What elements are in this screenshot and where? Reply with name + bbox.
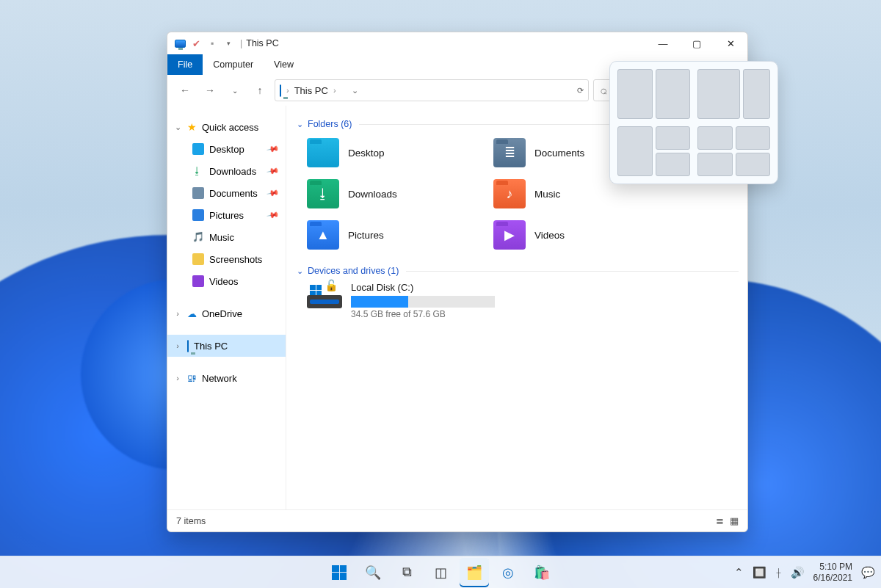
folder-desktop[interactable]: Desktop [307, 135, 490, 170]
nav-screenshots[interactable]: Screenshots [167, 248, 286, 270]
details-view-button[interactable]: ≣ [716, 515, 724, 526]
search-button[interactable]: 🔍 [358, 558, 388, 587]
pin-icon: 📌 [267, 186, 280, 200]
folder-icon [192, 253, 204, 265]
lock-icon: 🔓 [325, 279, 338, 292]
chevron-icon: › [286, 86, 289, 95]
chevron-right-icon[interactable]: › [173, 341, 182, 350]
nav-pictures[interactable]: Pictures📌 [167, 204, 286, 226]
tab-file[interactable]: File [167, 54, 203, 75]
system-tray: ⌃ 🔲 ⟊ 🔊 5:10 PM 6/16/2021 💬 [734, 562, 875, 584]
wifi-icon[interactable]: ⟊ [775, 566, 782, 578]
task-view-button[interactable]: ⧉ [392, 558, 421, 587]
battery-icon[interactable]: 🔲 [753, 566, 766, 579]
desktop-icon [192, 143, 204, 155]
file-explorer-taskbar[interactable]: 🗂️ [460, 558, 489, 587]
chevron-right-icon[interactable]: › [173, 309, 182, 318]
search-icon: ⌕ [600, 84, 607, 97]
pin-icon: 📌 [267, 208, 280, 222]
nav-documents[interactable]: Documents📌 [167, 182, 286, 204]
nav-label: Quick access [202, 122, 258, 133]
address-bar[interactable]: › This PC › ⌄ ⟳ [275, 79, 589, 101]
downloads-icon: ⭳ [192, 165, 204, 177]
drive-free-text: 34.5 GB free of 57.6 GB [351, 309, 495, 319]
cloud-icon: ☁ [187, 308, 197, 319]
documents-icon [192, 187, 204, 199]
snap-layouts-flyout [609, 61, 778, 184]
drive-icon: 🔓 [307, 282, 342, 308]
nav-this-pc[interactable]: ›This PC [167, 335, 286, 357]
window-title: This PC [246, 38, 278, 48]
pin-icon: 📌 [267, 142, 280, 156]
up-button[interactable]: ↑ [250, 80, 270, 101]
qa-folder-icon[interactable]: ▪ [206, 37, 218, 49]
start-button[interactable] [325, 558, 354, 587]
status-bar: 7 items ≣ ▦ [167, 509, 747, 531]
forward-button[interactable]: → [200, 80, 220, 101]
back-button[interactable]: ← [175, 80, 195, 101]
chevron-icon[interactable]: › [333, 86, 336, 95]
network-icon: 🖳 [187, 373, 197, 384]
chevron-right-icon[interactable]: › [173, 374, 182, 382]
tray-overflow-icon[interactable]: ⌃ [734, 566, 744, 579]
music-icon: 🎵 [192, 231, 204, 243]
folder-videos[interactable]: ▶Videos [493, 217, 677, 253]
refresh-button[interactable]: ⟳ [577, 86, 584, 95]
store-taskbar[interactable]: 🛍️ [527, 558, 556, 587]
pin-icon: 📌 [267, 164, 280, 178]
taskbar: 🔍 ⧉ ◫ 🗂️ ◎ 🛍️ ⌃ 🔲 ⟊ 🔊 5:10 PM 6/16/2021 … [0, 556, 881, 588]
folder-downloads[interactable]: ⭳Downloads [307, 176, 490, 211]
nav-pane: ⌄ ★ Quick access Desktop📌 ⭳Downloads📌 Do… [167, 106, 286, 509]
nav-network[interactable]: ›🖳Network [167, 367, 286, 389]
volume-icon[interactable]: 🔊 [791, 566, 805, 579]
drive-name: Local Disk (C:) [351, 282, 495, 293]
breadcrumb[interactable]: This PC [294, 85, 328, 96]
pc-icon [187, 341, 189, 352]
nav-onedrive[interactable]: ›☁OneDrive [167, 302, 286, 324]
clock[interactable]: 5:10 PM 6/16/2021 [813, 562, 852, 584]
capacity-bar [351, 296, 495, 308]
pictures-icon [192, 209, 204, 221]
edge-taskbar[interactable]: ◎ [493, 558, 523, 587]
item-count: 7 items [176, 516, 206, 526]
qa-check-icon[interactable]: ✔ [190, 37, 202, 49]
drive-local-c[interactable]: 🔓 Local Disk (C:) 34.5 GB free of 57.6 G… [307, 282, 739, 319]
nav-videos[interactable]: Videos [167, 270, 286, 292]
folder-pictures[interactable]: ▲Pictures [307, 217, 490, 253]
snap-layout-quad[interactable] [697, 126, 770, 176]
group-drives[interactable]: ⌄ Devices and drives (1) [297, 266, 739, 276]
minimize-button[interactable]: ― [646, 32, 680, 54]
close-button[interactable]: ✕ [714, 32, 747, 54]
maximize-button[interactable]: ▢ [680, 32, 714, 54]
star-icon: ★ [187, 121, 197, 133]
nav-quick-access[interactable]: ⌄ ★ Quick access [167, 116, 286, 138]
titlebar[interactable]: ✔ ▪ ▾ | This PC ― ▢ ✕ [167, 32, 747, 54]
nav-desktop[interactable]: Desktop📌 [167, 138, 286, 160]
recent-dropdown[interactable]: ⌄ [225, 80, 245, 101]
tab-view[interactable]: View [264, 54, 304, 75]
nav-music[interactable]: 🎵Music [167, 226, 286, 248]
snap-layout-3pane[interactable] [617, 126, 690, 176]
chevron-down-icon[interactable]: ⌄ [173, 123, 182, 132]
notifications-icon[interactable]: 💬 [861, 566, 875, 579]
tab-computer[interactable]: Computer [203, 54, 264, 75]
chevron-down-icon[interactable]: ⌄ [297, 266, 303, 276]
tiles-view-button[interactable]: ▦ [730, 515, 739, 526]
address-dropdown-icon[interactable]: ⌄ [352, 86, 358, 95]
nav-downloads[interactable]: ⭳Downloads📌 [167, 160, 286, 182]
app-icon [174, 37, 186, 49]
videos-icon [192, 275, 204, 287]
windows-icon [310, 280, 322, 297]
snap-layout-2col[interactable] [617, 69, 690, 119]
pc-icon [280, 85, 281, 96]
qa-dropdown-icon[interactable]: ▾ [222, 37, 234, 49]
widgets-button[interactable]: ◫ [426, 558, 455, 587]
snap-layout-wide-narrow[interactable] [697, 69, 770, 119]
chevron-down-icon[interactable]: ⌄ [297, 120, 303, 129]
